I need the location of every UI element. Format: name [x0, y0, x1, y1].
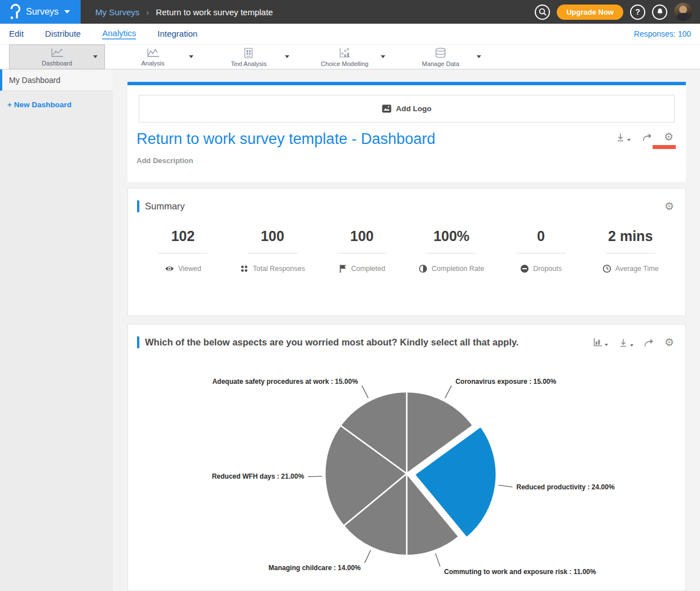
settings-gear-icon[interactable]: ⚙ — [664, 201, 674, 212]
sidebar-item-my-dashboard[interactable]: My Dashboard — [0, 69, 113, 91]
divider — [516, 253, 566, 253]
add-logo-dropzone[interactable]: Add Logo — [139, 95, 675, 122]
toolbar-item-label: Text Analysis — [231, 60, 267, 67]
add-description-button[interactable]: Add Description — [137, 156, 193, 165]
divider — [337, 253, 387, 253]
pie-leader-line — [445, 386, 451, 398]
pie-leader-line — [435, 553, 440, 567]
pie-label: Reduced WFH days : 21.00% — [212, 472, 305, 480]
upgrade-now-button[interactable]: Upgrade Now — [557, 5, 623, 20]
pie-label: Coronavirus exposure : 15.00% — [455, 378, 556, 386]
red-highlight-marker — [653, 145, 676, 149]
pie-label: Managing childcare : 14.00% — [268, 564, 361, 572]
pie-chart: Coronavirus exposure : 15.00%Reduced pro… — [137, 366, 677, 591]
dots-grid-icon — [240, 264, 249, 273]
analysis-chart-icon — [146, 48, 160, 58]
topnav-actions: Upgrade Now ? — [535, 3, 700, 21]
database-icon — [434, 47, 447, 59]
question-title: Which of the below aspects are you worri… — [145, 337, 519, 348]
question-header: Which of the below aspects are you worri… — [128, 325, 685, 348]
stat-label: Average Time — [615, 265, 659, 273]
breadcrumb-parent[interactable]: My Surveys — [95, 7, 139, 17]
text-document-icon — [243, 47, 255, 59]
chevron-down-icon — [630, 344, 633, 347]
pie-chart-area: Coronavirus exposure : 15.00%Reduced pro… — [137, 366, 677, 591]
pie-leader-line — [308, 476, 322, 477]
dashboard-header-card: Add Logo Return to work survey template … — [127, 85, 686, 182]
line-chart-icon — [50, 48, 64, 58]
breadcrumb-separator: › — [146, 7, 149, 17]
stat-value: 100 — [228, 228, 318, 244]
product-switcher[interactable]: Surveys — [0, 0, 81, 24]
survey-tabs: Edit Distribute Analytics Integration Re… — [0, 24, 700, 44]
image-icon — [382, 104, 391, 113]
divider — [248, 253, 297, 253]
download-chart-button[interactable] — [618, 338, 633, 348]
stat-dropouts: 0 Dropouts — [496, 228, 586, 273]
chevron-down-icon[interactable] — [285, 55, 289, 58]
stat-label: Completed — [351, 265, 385, 273]
dashboard-sidebar: My Dashboard + New Dashboard — [0, 69, 113, 591]
clock-icon — [602, 264, 611, 273]
tab-integration[interactable]: Integration — [157, 29, 197, 39]
stat-viewed: 102 Viewed — [138, 228, 228, 273]
chevron-down-icon[interactable] — [477, 55, 481, 58]
chevron-down-icon[interactable] — [189, 55, 193, 58]
chart-type-button[interactable] — [593, 338, 608, 347]
stat-label: Viewed — [178, 265, 201, 273]
new-dashboard-button[interactable]: + New Dashboard — [7, 100, 113, 109]
toolbar-item-choice-modelling[interactable]: Choice Modelling — [297, 45, 393, 69]
top-navbar: Surveys My Surveys › Return to work surv… — [0, 0, 700, 24]
user-avatar[interactable] — [674, 3, 692, 21]
chevron-down-icon[interactable] — [381, 55, 385, 58]
breadcrumb-current: Return to work survey template — [156, 7, 273, 17]
toolbar-item-label: Choice Modelling — [321, 60, 368, 67]
summary-title: Summary — [145, 201, 185, 212]
toolbar-item-text-analysis[interactable]: Text Analysis — [201, 45, 297, 69]
tab-distribute[interactable]: Distribute — [45, 29, 81, 39]
chevron-down-icon[interactable] — [93, 55, 98, 58]
download-icon — [618, 338, 628, 348]
scatter-chart-icon — [338, 47, 351, 59]
accent-bar — [137, 336, 139, 348]
download-dashboard-button[interactable] — [615, 132, 631, 142]
minus-circle-icon — [520, 264, 529, 273]
add-logo-label: Add Logo — [396, 104, 432, 113]
stat-completion-rate: 100% Completion Rate — [407, 228, 496, 273]
flag-icon — [338, 264, 347, 273]
toolbar-item-label: Dashboard — [42, 60, 72, 67]
breadcrumb: My Surveys › Return to work survey templ… — [95, 7, 273, 17]
settings-gear-icon[interactable]: ⚙ — [664, 337, 674, 348]
divider — [606, 253, 655, 253]
pie-label: Adequate safety procedures at work : 15.… — [212, 378, 358, 386]
pie-leader-line — [364, 550, 371, 563]
chevron-down-icon — [605, 344, 608, 346]
download-icon — [615, 132, 626, 142]
settings-gear-icon[interactable]: ⚙ — [664, 132, 673, 142]
avatar-shoulders — [676, 13, 690, 21]
avatar-face — [679, 6, 687, 14]
app-root: Surveys My Surveys › Return to work surv… — [0, 0, 700, 591]
tab-edit[interactable]: Edit — [9, 29, 24, 39]
eye-icon — [165, 264, 174, 273]
search-icon — [538, 7, 547, 16]
help-button[interactable]: ? — [630, 5, 645, 20]
toolbar-item-manage-data[interactable]: Manage Data — [393, 45, 488, 69]
responses-count[interactable]: Responses: 100 — [634, 29, 700, 38]
share-icon[interactable] — [642, 133, 653, 142]
stat-label: Dropouts — [533, 265, 562, 273]
tab-analytics[interactable]: Analytics — [102, 28, 136, 40]
stat-label: Completion Rate — [432, 265, 484, 273]
summary-header: Summary ⚙ — [128, 189, 685, 212]
toolbar-item-dashboard[interactable]: Dashboard — [9, 45, 105, 69]
pie-label: Commuting to work and exposure risk : 11… — [444, 568, 596, 576]
questionpro-logo-icon — [9, 3, 20, 20]
bell-icon — [655, 7, 664, 16]
share-icon[interactable] — [644, 338, 654, 347]
search-button[interactable] — [535, 5, 550, 20]
notifications-button[interactable] — [652, 5, 667, 20]
product-name: Surveys — [26, 7, 59, 17]
toolbar-item-analysis[interactable]: Analysis — [105, 45, 201, 69]
bar-chart-icon — [593, 338, 603, 347]
stat-value: 100% — [407, 228, 496, 244]
